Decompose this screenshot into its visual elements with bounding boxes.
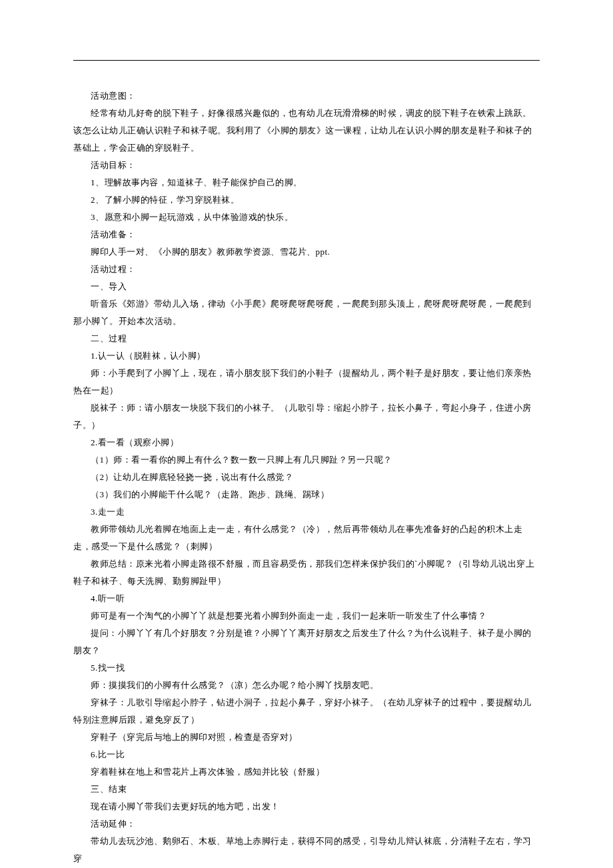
paragraph: 教师总结：原来光着小脚走路很不舒服，而且容易受伤，那我们怎样来保护我们的`小脚呢… <box>73 555 540 590</box>
paragraph: 1.认一认（脱鞋袜，认小脚） <box>73 347 540 365</box>
paragraph: 活动目标： <box>73 157 540 174</box>
document-body: 活动意图：经常有幼儿好奇的脱下鞋子，好像很感兴趣似的，也有幼儿在玩滑滑梯的时候，… <box>73 87 540 867</box>
paragraph: 3.走一走 <box>73 503 540 521</box>
paragraph: 2.看一看（观察小脚） <box>73 434 540 451</box>
paragraph: 现在请小脚丫带我们去更好玩的地方吧，出发！ <box>73 798 540 815</box>
paragraph: 4.听一听 <box>73 590 540 607</box>
paragraph: 师可是有一个淘气的小脚丫丫就是想要光着小脚到外面走一走，我们一起来听一听发生了什… <box>73 607 540 625</box>
paragraph: 三、结束 <box>73 781 540 798</box>
paragraph: 3、愿意和小脚一起玩游戏，从中体验游戏的快乐。 <box>73 209 540 226</box>
paragraph: 穿袜子：儿歌引导缩起小脖子，钻进小洞子，拉起小鼻子，穿好小袜子。（在幼儿穿袜子的… <box>73 694 540 729</box>
paragraph: 听音乐《郊游》带幼儿入场，律动《小手爬》爬呀爬呀爬呀爬，一爬爬到那头顶上，爬呀爬… <box>73 295 540 330</box>
paragraph: 二、过程 <box>73 330 540 347</box>
document-page: 活动意图：经常有幼儿好奇的脱下鞋子，好像很感兴趣似的，也有幼儿在玩滑滑梯的时候，… <box>0 0 613 868</box>
paragraph: 活动准备： <box>73 226 540 243</box>
paragraph: 经常有幼儿好奇的脱下鞋子，好像很感兴趣似的，也有幼儿在玩滑滑梯的时候，调皮的脱下… <box>73 105 540 157</box>
paragraph: 活动延伸： <box>73 815 540 833</box>
paragraph: 师：摸摸我们的小脚有什么感觉？（凉）怎么办呢？给小脚丫找朋友吧。 <box>73 677 540 694</box>
paragraph: （2）让幼儿在脚底轻轻挠一挠，说出有什么感觉？ <box>73 469 540 486</box>
paragraph: 6.比一比 <box>73 746 540 763</box>
paragraph: 带幼儿去玩沙池、鹅卵石、木板、草地上赤脚行走，获得不同的感受，引导幼儿辩认袜底，… <box>73 833 540 867</box>
paragraph: （1）师：看一看你的脚上有什么？数一数一只脚上有几只脚趾？另一只呢？ <box>73 451 540 469</box>
paragraph: 一、导入 <box>73 278 540 295</box>
top-rule <box>73 60 540 61</box>
paragraph: 活动意图： <box>73 87 540 105</box>
paragraph: 脱袜子：师：请小朋友一块脱下我们的小袜子。（儿歌引导：缩起小脖子，拉长小鼻子，弯… <box>73 399 540 434</box>
paragraph: 脚印人手一对、《小脚的朋友》教师教学资源、雪花片、ppt. <box>73 243 540 261</box>
paragraph: 穿着鞋袜在地上和雪花片上再次体验，感知并比较（舒服） <box>73 763 540 781</box>
paragraph: 师：小手爬到了小脚丫上，现在，请小朋友脱下我们的小鞋子（提醒幼儿，两个鞋子是好朋… <box>73 365 540 399</box>
paragraph: 活动过程： <box>73 261 540 278</box>
paragraph: 教师带领幼儿光着脚在地面上走一走，有什么感觉？（冷），然后再带领幼儿在事先准备好… <box>73 521 540 555</box>
paragraph: 2、了解小脚的特征，学习穿脱鞋袜。 <box>73 191 540 209</box>
paragraph: 5.找一找 <box>73 659 540 677</box>
paragraph: 穿鞋子（穿完后与地上的脚印对照，检查是否穿对） <box>73 729 540 746</box>
paragraph: （3）我们的小脚能干什么呢？（走路、跑步、跳绳、踢球） <box>73 486 540 503</box>
paragraph: 提问：小脚丫丫有几个好朋友？分别是谁？小脚丫丫离开好朋友之后发生了什么？为什么说… <box>73 625 540 659</box>
paragraph: 1、理解故事内容，知道袜子、鞋子能保护自己的脚。 <box>73 174 540 191</box>
